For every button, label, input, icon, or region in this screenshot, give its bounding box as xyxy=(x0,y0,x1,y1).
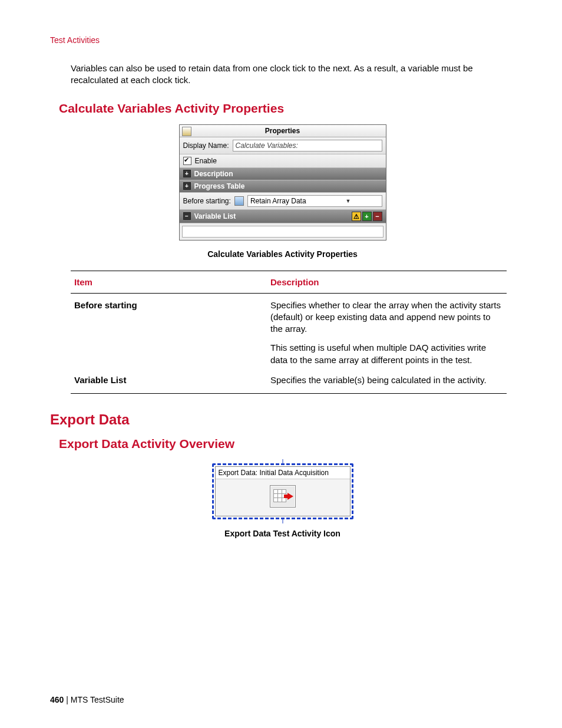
arrow-right-icon xyxy=(287,493,293,500)
table-header-item: Item xyxy=(71,271,267,293)
table-row: Variable List Specifies the variable(s) … xyxy=(71,368,507,394)
progress-table-label: Progress Table xyxy=(194,182,245,190)
variable-list-empty[interactable] xyxy=(182,226,384,238)
before-starting-value: Retain Array Data xyxy=(248,196,315,206)
section-heading-export-data: Export Data xyxy=(50,411,515,428)
table-item: Variable List xyxy=(71,368,267,394)
panel-icon xyxy=(182,127,191,136)
export-icon-label: Export Data: Initial Data Acquisition xyxy=(216,467,350,479)
warning-icon: ⚠ xyxy=(352,212,361,221)
panel-title-bar: Properties xyxy=(180,125,386,137)
page-number: 460 xyxy=(50,695,64,704)
intro-paragraph: Variables can also be used to retain dat… xyxy=(71,62,515,87)
table-desc: Specifies the variable(s) being calculat… xyxy=(267,368,507,394)
properties-table: Item Description Before starting Specifi… xyxy=(71,271,507,394)
panel-title: Properties xyxy=(265,127,300,135)
properties-panel: Properties Display Name: Calculate Varia… xyxy=(179,124,386,241)
display-name-row: Display Name: Calculate Variables: xyxy=(180,137,386,154)
description-label: Description xyxy=(194,170,233,178)
breadcrumb: Test Activities xyxy=(50,35,515,45)
display-name-label: Display Name: xyxy=(183,141,229,150)
export-icon-caption: Export Data Test Activity Icon xyxy=(50,529,515,538)
before-starting-row: Before starting: Retain Array Data ▼ xyxy=(180,193,386,210)
enable-label: Enable xyxy=(195,157,217,165)
subsection-heading-export-overview: Export Data Activity Overview xyxy=(59,437,515,451)
remove-icon[interactable]: − xyxy=(373,212,382,221)
footer-product: MTS TestSuite xyxy=(71,695,124,704)
before-starting-select[interactable]: Retain Array Data ▼ xyxy=(247,195,382,207)
export-data-glyph xyxy=(270,485,296,508)
progress-table-section[interactable]: + Progress Table xyxy=(180,180,386,193)
table-desc: Specifies whether to clear the array whe… xyxy=(267,293,507,368)
before-starting-label: Before starting: xyxy=(183,197,231,205)
plus-icon[interactable]: + xyxy=(183,170,191,177)
section-heading-calc-vars: Calculate Variables Activity Properties xyxy=(59,101,515,116)
enable-row[interactable]: Enable xyxy=(180,154,386,168)
table-header-description: Description xyxy=(267,271,507,293)
description-section[interactable]: + Description xyxy=(180,168,386,180)
panel-caption: Calculate Variables Activity Properties xyxy=(50,249,515,259)
enable-checkbox[interactable] xyxy=(183,157,191,165)
variable-list-label: Variable List xyxy=(194,212,236,220)
page-footer: 460 | MTS TestSuite xyxy=(50,695,124,704)
display-name-input[interactable]: Calculate Variables: xyxy=(233,140,382,151)
variable-list-section[interactable]: − Variable List ⚠ + − xyxy=(180,210,386,223)
add-icon[interactable]: + xyxy=(362,212,372,221)
plus-icon[interactable]: + xyxy=(183,182,191,190)
table-item: Before starting xyxy=(71,293,267,368)
before-starting-icon xyxy=(234,196,244,206)
export-data-icon-figure: Export Data: Initial Data Acquisition xyxy=(209,460,357,523)
minus-icon[interactable]: − xyxy=(183,212,191,220)
chevron-down-icon[interactable]: ▼ xyxy=(315,197,381,205)
table-row: Before starting Specifies whether to cle… xyxy=(71,293,507,368)
